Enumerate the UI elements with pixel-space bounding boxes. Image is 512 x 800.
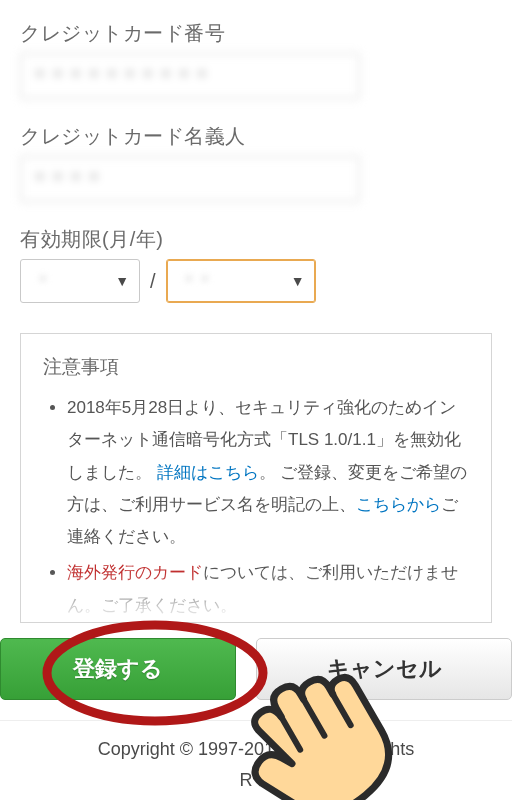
details-link[interactable]: 詳細はこちら bbox=[157, 463, 259, 482]
submit-button[interactable]: 登録する bbox=[0, 638, 236, 700]
notice-item: 2018年5月28日より、セキュリティ強化のためインターネット通信暗号化方式「T… bbox=[67, 392, 469, 553]
cancel-button[interactable]: キャンセル bbox=[256, 638, 512, 700]
copyright: Copyright © 1997-2019 ., Ltd. All Rights… bbox=[0, 734, 512, 795]
expiry-month-select[interactable]: ＊ ▼ bbox=[20, 259, 140, 303]
card-number-label: クレジットカード番号 bbox=[20, 20, 492, 47]
card-number-input[interactable] bbox=[20, 53, 360, 99]
notice-title: 注意事項 bbox=[43, 354, 469, 380]
notice-box: 注意事項 2018年5月28日より、セキュリティ強化のためインターネット通信暗号… bbox=[20, 333, 492, 623]
chevron-down-icon: ▼ bbox=[115, 273, 129, 289]
expiry-separator: / bbox=[148, 270, 158, 293]
chevron-down-icon: ▼ bbox=[291, 273, 305, 289]
expiry-year-select[interactable]: ＊＊ ▼ bbox=[166, 259, 316, 303]
contact-link[interactable]: こちらから bbox=[356, 495, 441, 514]
expiry-label: 有効期限(月/年) bbox=[20, 226, 492, 253]
card-holder-label: クレジットカード名義人 bbox=[20, 123, 492, 150]
card-holder-input[interactable] bbox=[20, 156, 360, 202]
